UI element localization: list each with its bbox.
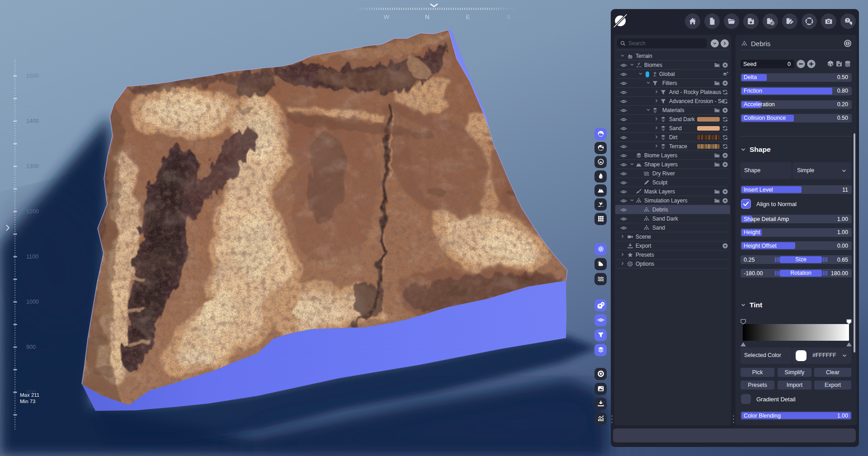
folder-icon[interactable] [714,161,720,168]
chevron-right-icon[interactable] [620,234,625,240]
chevron-down-icon[interactable] [629,62,635,68]
simplify-button[interactable]: Simplify [778,368,811,377]
chevron-right-icon[interactable] [654,134,659,141]
tree-row-sand[interactable]: Sand [615,124,730,133]
eye-icon[interactable] [620,134,627,141]
tree-row-sand-dark[interactable]: Sand Dark [615,115,730,124]
add-layer-icon[interactable] [722,80,728,86]
splitter-grip[interactable] [733,418,734,420]
eye-icon[interactable] [620,207,627,213]
range-handle[interactable] [822,270,827,277]
side-button-grid[interactable] [594,213,607,225]
eye-icon[interactable] [620,170,627,177]
material-swatch[interactable] [697,144,720,149]
refresh-icon[interactable] [722,143,728,150]
tree-row-biome-layers[interactable]: Biome Layers [615,151,730,160]
slider-shape-detail-amp[interactable]: Shape Detail Amp 1.00 [741,215,852,223]
tree-row-advanced-erosion-se[interactable]: Advanced Erosion - Se [615,97,730,106]
seed-field[interactable]: Seed 0 [741,60,794,68]
properties-scrollbar[interactable] [854,133,855,353]
toolbar-sync-view-button[interactable] [802,14,817,29]
toolbar-save-as-button[interactable] [763,14,778,29]
chevron-right-icon[interactable] [654,143,659,150]
eye-icon[interactable] [620,116,627,122]
tree-row-filters[interactable]: Filters [615,79,730,88]
seed-minus-button[interactable] [796,59,806,71]
eye-icon[interactable] [620,98,627,104]
chevron-down-icon[interactable] [646,80,651,86]
slider-height-offset[interactable]: Height Offset 0.00 [741,241,852,250]
side-button-island-scene[interactable] [594,198,607,211]
range-pill[interactable]: Rotation [780,270,822,277]
side-button-download[interactable] [594,398,607,410]
folder-icon[interactable] [714,197,720,204]
slider-friction[interactable]: Friction 0.80 [741,87,852,95]
slider-acceleration[interactable]: Acceleration 0.20 [741,100,852,109]
splitter-grip[interactable] [733,422,734,423]
side-button-water-drop[interactable] [594,170,607,183]
tree-row-options[interactable]: Options [615,259,730,268]
refresh-icon[interactable] [722,98,728,104]
folder-icon[interactable] [714,152,720,159]
range-handle[interactable] [774,270,779,277]
range-handle[interactable] [822,256,827,263]
info-icon[interactable] [844,39,852,49]
refresh-icon[interactable] [722,134,728,141]
splitter-grip[interactable] [611,422,613,423]
side-button-terrain-globe[interactable] [594,128,607,140]
collapse-all-button[interactable] [711,39,719,47]
export-button[interactable]: Export [814,381,851,390]
import-button[interactable]: Import [778,381,811,390]
material-swatch[interactable] [697,135,720,140]
toolbar-home-button[interactable] [685,14,700,29]
clear-button[interactable]: Clear [814,368,851,377]
tint-gradient-bar[interactable] [743,324,849,341]
tree-row-biomes[interactable]: Biomes [615,61,730,70]
range-size[interactable]: 0.25 Size 0.65 [741,255,852,264]
presets-button[interactable]: Presets [741,381,774,390]
folder-icon[interactable] [714,80,720,86]
side-button-layers[interactable] [594,344,607,356]
side-button-terrain-circle[interactable] [594,156,607,168]
chevron-down-icon[interactable] [638,71,643,77]
chevron-right-icon[interactable] [620,261,625,267]
eye-icon[interactable] [620,107,627,113]
chevron-down-icon[interactable] [646,107,651,113]
tree-row-sculpt[interactable]: Sculpt [615,178,730,187]
add-export-icon[interactable] [722,243,728,249]
toolbar-screenshot-button[interactable] [821,14,836,29]
tree-row-materials[interactable]: Materials [615,106,730,115]
tree-row-sand-dark[interactable]: Sand Dark [615,214,730,223]
chevron-right-icon[interactable] [654,116,659,122]
tree-row-debris[interactable]: Debris [615,205,730,214]
side-button-filter[interactable] [594,329,607,341]
tree-row-arid-rocky-plateaus[interactable]: Arid - Rocky Plateaus [615,88,730,97]
slider-collision-bounce[interactable]: Collision Bounce 0.50 [741,114,852,122]
tree-row-sand[interactable]: Sand [615,223,730,232]
tint-section-header[interactable]: Tint [741,301,762,309]
folder-icon[interactable] [714,107,720,113]
eye-icon[interactable] [620,197,627,204]
eye-icon[interactable] [620,161,627,168]
eye-icon[interactable] [620,80,627,86]
gradient-stop-handle-left[interactable] [741,319,746,324]
seed-history-icon[interactable] [844,60,851,69]
folder-icon[interactable] [714,62,720,68]
chevron-down-icon[interactable] [620,53,625,59]
side-button-terrain-globe-night[interactable] [594,142,607,154]
slider-height[interactable]: Height 1.00 [741,228,852,237]
gradient-range-handle-left[interactable] [740,342,746,347]
align-to-normal-checkbox[interactable] [741,199,751,209]
refresh-icon[interactable] [722,116,728,122]
tree-row-scene[interactable]: Scene [615,232,730,241]
splitter-grip[interactable] [733,415,734,417]
eye-icon[interactable] [620,125,627,132]
save-seed-icon[interactable] [835,60,843,69]
slider-insert-level[interactable]: Insert Level 11 [741,185,852,194]
chevron-right-icon[interactable] [654,89,659,95]
left-panel-expander[interactable] [5,224,10,233]
side-button-gears[interactable] [594,299,607,311]
layers-sparkle-icon[interactable] [722,71,728,77]
side-button-mountain[interactable] [594,184,607,197]
side-button-eye[interactable] [594,314,607,326]
